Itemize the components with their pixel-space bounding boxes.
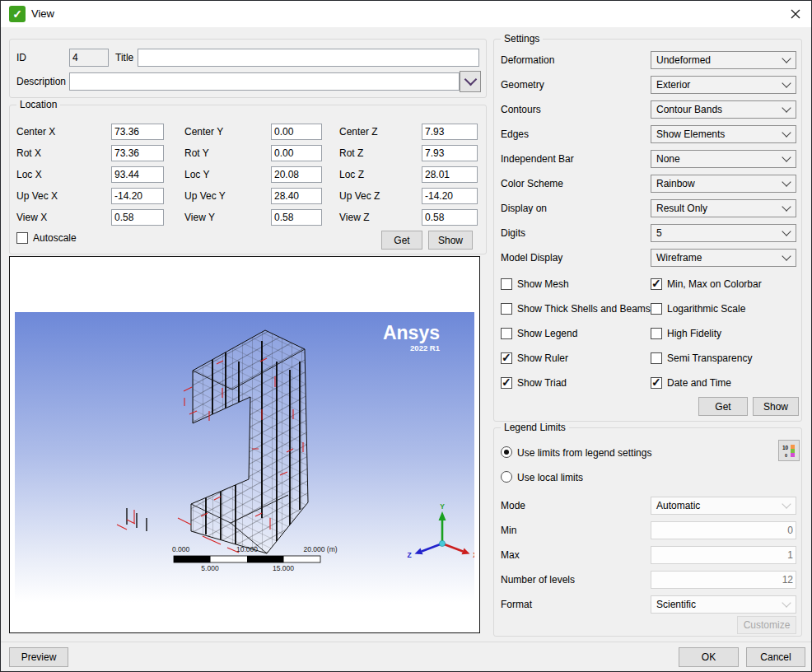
show-legend-checkbox[interactable] [501, 328, 512, 339]
svg-text:10: 10 [782, 445, 789, 450]
model-display-label: Model Display [501, 252, 562, 264]
color-scheme-select[interactable]: Rainbow [651, 175, 796, 193]
center-y-input[interactable] [271, 124, 322, 140]
digits-select[interactable]: 5 [651, 224, 796, 242]
ruler-label: 5.000 [201, 564, 219, 572]
edges-value: Show Elements [656, 128, 725, 140]
description-input[interactable] [69, 72, 460, 91]
center-z-input[interactable] [422, 124, 478, 140]
view-z-label: View Z [339, 212, 369, 223]
location-group: Location Center X Center Y Center Z Rot … [9, 105, 487, 254]
show-mesh-checkbox[interactable] [501, 278, 512, 290]
contours-value: Contour Bands [656, 104, 722, 115]
rot-z-label: Rot Z [339, 147, 363, 159]
dialog-title: View [31, 7, 54, 20]
legend-limits-group-title: Legend Limits [501, 422, 569, 433]
use-local-limits-radio[interactable] [501, 471, 512, 483]
mode-select: Automatic [651, 497, 796, 515]
geometry-select[interactable]: Exterior [651, 76, 796, 94]
chevron-down-icon [782, 128, 791, 137]
color-scheme-label: Color Scheme [501, 178, 563, 189]
max-input [651, 546, 796, 564]
upvec-z-input[interactable] [422, 188, 478, 204]
chevron-down-icon [782, 78, 791, 87]
legend-settings-icon-button[interactable]: 10 0 [778, 440, 800, 461]
ruler-label: 10.000 [236, 545, 258, 553]
deformation-select[interactable]: Undeformed [651, 51, 796, 69]
loc-x-input[interactable] [111, 166, 164, 183]
triad-y-label: Y [440, 502, 445, 511]
identity-group: ID Title Description [9, 39, 487, 98]
ansys-version-text: 2022 R1 [410, 343, 441, 352]
chevron-down-icon [782, 226, 791, 236]
center-x-label: Center X [16, 126, 55, 138]
view-y-input[interactable] [271, 209, 322, 226]
rot-x-input[interactable] [111, 145, 164, 161]
show-triad-checkbox[interactable] [501, 377, 512, 389]
view-z-input[interactable] [422, 209, 478, 226]
settings-get-button[interactable]: Get [698, 397, 748, 416]
preview-viewport: Ansys 2022 R1 0.000 10.000 20.000 (m) 5.… [9, 256, 480, 633]
minmax-colorbar-checkbox[interactable] [651, 278, 662, 290]
upvec-x-label: Up Vec X [16, 190, 58, 202]
date-and-time-checkbox[interactable] [651, 377, 662, 389]
view-check-icon: ✓ [9, 6, 26, 22]
model-display-select[interactable]: Wireframe [651, 249, 796, 267]
independent-bar-select[interactable]: None [651, 150, 796, 168]
rot-z-input[interactable] [422, 145, 478, 161]
show-thick-shells-label: Show Thick Shells and Beams [517, 303, 651, 315]
deformation-value: Undeformed [656, 54, 711, 66]
levels-input [651, 571, 796, 589]
loc-y-label: Loc Y [184, 169, 209, 180]
edges-select[interactable]: Show Elements [651, 125, 796, 143]
center-y-label: Center Y [184, 126, 223, 138]
chevron-down-icon [782, 202, 791, 211]
chevron-down-icon [782, 177, 791, 186]
rot-y-input[interactable] [271, 145, 322, 161]
location-get-button[interactable]: Get [381, 231, 422, 250]
view-dialog: ✓ View ID Title Description Location Cen… [0, 0, 812, 672]
date-and-time-label: Date and Time [667, 377, 731, 389]
loc-z-input[interactable] [422, 166, 478, 183]
logarithmic-scale-label: Logarithmic Scale [667, 303, 745, 315]
logarithmic-scale-checkbox[interactable] [651, 303, 662, 315]
center-x-input[interactable] [111, 124, 164, 140]
upvec-y-label: Up Vec Y [184, 190, 226, 202]
contours-select[interactable]: Contour Bands [651, 100, 796, 119]
show-thick-shells-checkbox[interactable] [501, 303, 512, 315]
view-x-input[interactable] [111, 209, 164, 226]
customize-button: Customize [737, 616, 796, 634]
id-input[interactable] [69, 49, 109, 67]
legend-limits-group: Legend Limits Use limits from legend set… [493, 427, 802, 637]
view-x-label: View X [16, 212, 47, 223]
title-input[interactable] [138, 49, 479, 67]
description-dropdown-button[interactable] [460, 71, 481, 92]
upvec-x-input[interactable] [111, 188, 164, 204]
min-label: Min [501, 525, 516, 536]
loc-z-label: Loc Z [339, 169, 364, 180]
loc-y-input[interactable] [271, 166, 322, 183]
autoscale-checkbox[interactable] [16, 232, 28, 244]
ruler-label: 15.000 [273, 564, 294, 572]
display-on-select[interactable]: Result Only [651, 199, 796, 217]
contours-label: Contours [501, 104, 541, 115]
preview-button[interactable]: Preview [9, 647, 68, 667]
close-button[interactable] [789, 7, 802, 21]
close-icon [791, 9, 800, 19]
semi-transparency-checkbox[interactable] [651, 352, 662, 364]
rot-x-label: Rot X [16, 147, 41, 159]
show-ruler-checkbox[interactable] [501, 352, 512, 364]
settings-show-button[interactable]: Show [753, 397, 799, 416]
deformation-label: Deformation [501, 54, 554, 66]
cancel-button[interactable]: Cancel [746, 647, 805, 667]
digits-label: Digits [501, 227, 525, 239]
high-fidelity-checkbox[interactable] [651, 328, 662, 339]
upvec-y-input[interactable] [271, 188, 322, 204]
ok-button[interactable]: OK [679, 647, 739, 667]
location-show-button[interactable]: Show [428, 231, 473, 250]
semi-transparency-label: Semi Transparency [667, 352, 752, 364]
independent-bar-label: Independent Bar [501, 153, 574, 165]
independent-bar-value: None [656, 153, 680, 165]
use-legend-limits-radio[interactable] [501, 446, 512, 458]
digits-value: 5 [656, 227, 662, 239]
